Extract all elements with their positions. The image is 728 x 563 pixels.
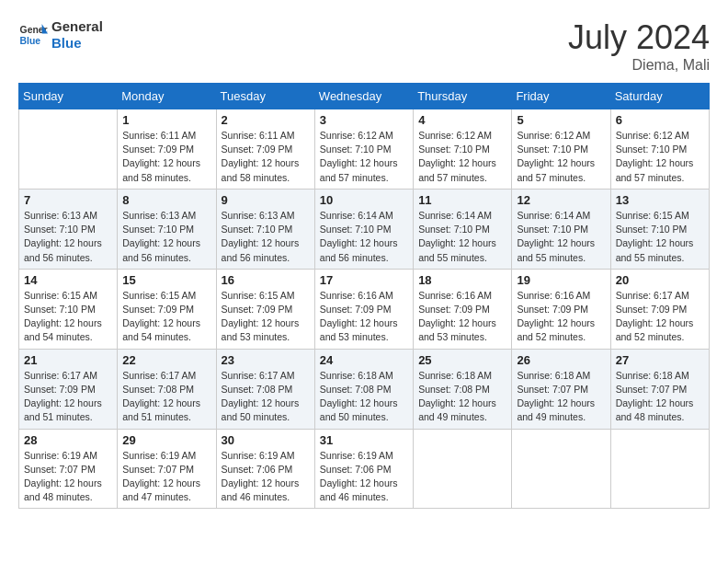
calendar-cell: 12Sunrise: 6:14 AMSunset: 7:10 PMDayligh… bbox=[512, 189, 610, 269]
day-info: Sunrise: 6:19 AMSunset: 7:06 PMDaylight:… bbox=[320, 449, 408, 505]
day-number: 4 bbox=[418, 113, 506, 127]
day-info: Sunrise: 6:19 AMSunset: 7:07 PMDaylight:… bbox=[24, 449, 112, 505]
weekday-header: Sunday bbox=[19, 84, 118, 109]
calendar-cell: 6Sunrise: 6:12 AMSunset: 7:10 PMDaylight… bbox=[610, 109, 709, 190]
calendar-cell: 22Sunrise: 6:17 AMSunset: 7:08 PMDayligh… bbox=[118, 349, 216, 429]
calendar-cell: 7Sunrise: 6:13 AMSunset: 7:10 PMDaylight… bbox=[19, 189, 118, 269]
day-info: Sunrise: 6:13 AMSunset: 7:10 PMDaylight:… bbox=[222, 209, 310, 265]
day-number: 16 bbox=[222, 273, 310, 287]
calendar-cell bbox=[414, 429, 512, 509]
calendar-cell: 18Sunrise: 6:16 AMSunset: 7:09 PMDayligh… bbox=[414, 269, 512, 349]
calendar-cell: 17Sunrise: 6:16 AMSunset: 7:09 PMDayligh… bbox=[314, 269, 413, 349]
calendar-cell: 23Sunrise: 6:17 AMSunset: 7:08 PMDayligh… bbox=[216, 349, 314, 429]
day-number: 21 bbox=[24, 353, 112, 367]
day-info: Sunrise: 6:19 AMSunset: 7:07 PMDaylight:… bbox=[122, 449, 210, 505]
day-number: 15 bbox=[122, 273, 210, 287]
calendar-cell: 15Sunrise: 6:15 AMSunset: 7:09 PMDayligh… bbox=[118, 269, 216, 349]
day-number: 10 bbox=[320, 193, 408, 207]
day-number: 20 bbox=[616, 273, 704, 287]
calendar-table: SundayMondayTuesdayWednesdayThursdayFrid… bbox=[18, 83, 710, 509]
day-info: Sunrise: 6:18 AMSunset: 7:08 PMDaylight:… bbox=[418, 369, 506, 425]
day-info: Sunrise: 6:12 AMSunset: 7:10 PMDaylight:… bbox=[320, 129, 408, 185]
day-number: 12 bbox=[517, 193, 605, 207]
day-number: 2 bbox=[222, 113, 310, 127]
day-info: Sunrise: 6:13 AMSunset: 7:10 PMDaylight:… bbox=[24, 209, 112, 265]
calendar-cell bbox=[19, 109, 118, 190]
logo-icon: General Blue bbox=[18, 20, 48, 50]
day-number: 25 bbox=[418, 353, 506, 367]
day-info: Sunrise: 6:17 AMSunset: 7:08 PMDaylight:… bbox=[222, 369, 310, 425]
day-number: 19 bbox=[517, 273, 605, 287]
day-number: 24 bbox=[320, 353, 408, 367]
day-number: 1 bbox=[122, 113, 210, 127]
day-number: 13 bbox=[616, 193, 704, 207]
weekday-header: Monday bbox=[118, 84, 216, 109]
calendar-cell: 19Sunrise: 6:16 AMSunset: 7:09 PMDayligh… bbox=[512, 269, 610, 349]
day-number: 28 bbox=[24, 433, 112, 447]
calendar-cell bbox=[512, 429, 610, 509]
location: Diema, Mali bbox=[568, 57, 710, 74]
calendar-cell: 16Sunrise: 6:15 AMSunset: 7:09 PMDayligh… bbox=[216, 269, 314, 349]
day-info: Sunrise: 6:16 AMSunset: 7:09 PMDaylight:… bbox=[320, 289, 408, 345]
day-number: 30 bbox=[222, 433, 310, 447]
weekday-header: Thursday bbox=[414, 84, 512, 109]
logo: General Blue General Blue bbox=[18, 18, 103, 52]
calendar-cell: 20Sunrise: 6:17 AMSunset: 7:09 PMDayligh… bbox=[610, 269, 709, 349]
calendar-cell: 5Sunrise: 6:12 AMSunset: 7:10 PMDaylight… bbox=[512, 109, 610, 190]
day-info: Sunrise: 6:18 AMSunset: 7:08 PMDaylight:… bbox=[320, 369, 408, 425]
day-info: Sunrise: 6:14 AMSunset: 7:10 PMDaylight:… bbox=[418, 209, 506, 265]
day-info: Sunrise: 6:12 AMSunset: 7:10 PMDaylight:… bbox=[418, 129, 506, 185]
day-info: Sunrise: 6:12 AMSunset: 7:10 PMDaylight:… bbox=[517, 129, 605, 185]
title-block: July 2024 Diema, Mali bbox=[568, 18, 710, 74]
logo-blue-text: Blue bbox=[51, 35, 103, 52]
calendar-cell: 26Sunrise: 6:18 AMSunset: 7:07 PMDayligh… bbox=[512, 349, 610, 429]
calendar-cell: 25Sunrise: 6:18 AMSunset: 7:08 PMDayligh… bbox=[414, 349, 512, 429]
day-info: Sunrise: 6:15 AMSunset: 7:10 PMDaylight:… bbox=[616, 209, 704, 265]
calendar-cell: 4Sunrise: 6:12 AMSunset: 7:10 PMDaylight… bbox=[414, 109, 512, 190]
calendar-cell: 11Sunrise: 6:14 AMSunset: 7:10 PMDayligh… bbox=[414, 189, 512, 269]
weekday-header: Friday bbox=[512, 84, 610, 109]
calendar-cell: 1Sunrise: 6:11 AMSunset: 7:09 PMDaylight… bbox=[118, 109, 216, 190]
day-info: Sunrise: 6:15 AMSunset: 7:10 PMDaylight:… bbox=[24, 289, 112, 345]
weekday-header: Saturday bbox=[610, 84, 709, 109]
svg-text:Blue: Blue bbox=[20, 36, 41, 46]
calendar-cell: 30Sunrise: 6:19 AMSunset: 7:06 PMDayligh… bbox=[216, 429, 314, 509]
calendar-week-row: 14Sunrise: 6:15 AMSunset: 7:10 PMDayligh… bbox=[19, 269, 710, 349]
day-info: Sunrise: 6:11 AMSunset: 7:09 PMDaylight:… bbox=[122, 129, 210, 185]
calendar-cell: 10Sunrise: 6:14 AMSunset: 7:10 PMDayligh… bbox=[314, 189, 413, 269]
day-number: 31 bbox=[320, 433, 408, 447]
day-number: 22 bbox=[122, 353, 210, 367]
day-number: 14 bbox=[24, 273, 112, 287]
calendar-cell: 27Sunrise: 6:18 AMSunset: 7:07 PMDayligh… bbox=[610, 349, 709, 429]
calendar-cell: 8Sunrise: 6:13 AMSunset: 7:10 PMDaylight… bbox=[118, 189, 216, 269]
calendar-cell: 29Sunrise: 6:19 AMSunset: 7:07 PMDayligh… bbox=[118, 429, 216, 509]
weekday-header: Tuesday bbox=[216, 84, 314, 109]
day-info: Sunrise: 6:15 AMSunset: 7:09 PMDaylight:… bbox=[222, 289, 310, 345]
day-info: Sunrise: 6:12 AMSunset: 7:10 PMDaylight:… bbox=[616, 129, 704, 185]
day-info: Sunrise: 6:17 AMSunset: 7:09 PMDaylight:… bbox=[24, 369, 112, 425]
day-number: 27 bbox=[616, 353, 704, 367]
day-number: 5 bbox=[517, 113, 605, 127]
day-info: Sunrise: 6:19 AMSunset: 7:06 PMDaylight:… bbox=[222, 449, 310, 505]
day-info: Sunrise: 6:18 AMSunset: 7:07 PMDaylight:… bbox=[517, 369, 605, 425]
day-info: Sunrise: 6:14 AMSunset: 7:10 PMDaylight:… bbox=[320, 209, 408, 265]
calendar-cell: 2Sunrise: 6:11 AMSunset: 7:09 PMDaylight… bbox=[216, 109, 314, 190]
day-number: 18 bbox=[418, 273, 506, 287]
calendar-cell: 14Sunrise: 6:15 AMSunset: 7:10 PMDayligh… bbox=[19, 269, 118, 349]
day-info: Sunrise: 6:17 AMSunset: 7:08 PMDaylight:… bbox=[122, 369, 210, 425]
weekday-header: Wednesday bbox=[314, 84, 413, 109]
day-info: Sunrise: 6:17 AMSunset: 7:09 PMDaylight:… bbox=[616, 289, 704, 345]
weekday-header-row: SundayMondayTuesdayWednesdayThursdayFrid… bbox=[19, 84, 710, 109]
day-number: 7 bbox=[24, 193, 112, 207]
day-info: Sunrise: 6:18 AMSunset: 7:07 PMDaylight:… bbox=[616, 369, 704, 425]
day-info: Sunrise: 6:14 AMSunset: 7:10 PMDaylight:… bbox=[517, 209, 605, 265]
calendar-cell: 21Sunrise: 6:17 AMSunset: 7:09 PMDayligh… bbox=[19, 349, 118, 429]
day-number: 8 bbox=[122, 193, 210, 207]
calendar-cell: 9Sunrise: 6:13 AMSunset: 7:10 PMDaylight… bbox=[216, 189, 314, 269]
month-title: July 2024 bbox=[568, 18, 710, 57]
day-number: 26 bbox=[517, 353, 605, 367]
day-number: 9 bbox=[222, 193, 310, 207]
day-info: Sunrise: 6:13 AMSunset: 7:10 PMDaylight:… bbox=[122, 209, 210, 265]
day-number: 11 bbox=[418, 193, 506, 207]
calendar-cell: 24Sunrise: 6:18 AMSunset: 7:08 PMDayligh… bbox=[314, 349, 413, 429]
